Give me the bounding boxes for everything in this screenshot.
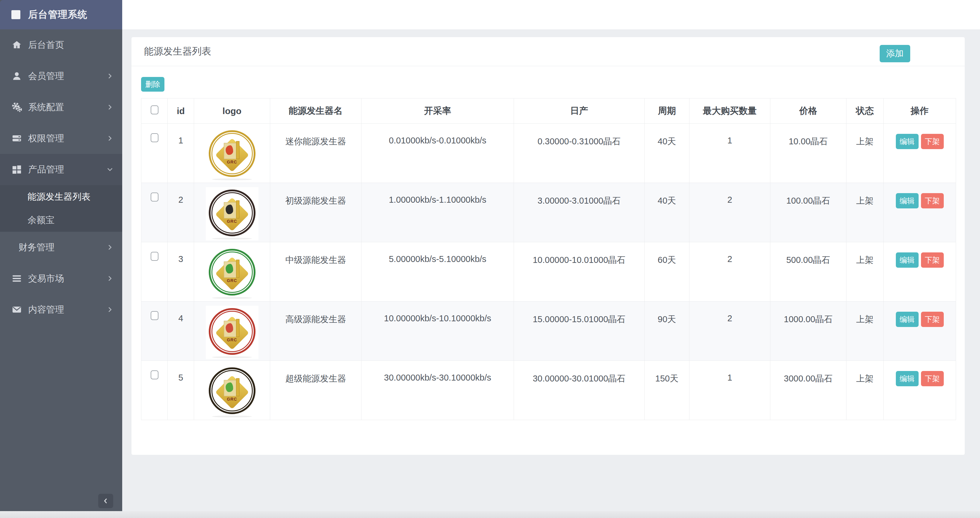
cell-logo: GRC (194, 242, 270, 302)
sidebar-item-members[interactable]: 会员管理 (0, 60, 122, 92)
table-wrapper: id logo 能源发生器名 开采率 日产 周期 最大购买数量 价格 状态 操作… (132, 92, 965, 420)
cell-status: 上架 (846, 242, 883, 302)
cell-id: 2 (168, 183, 194, 242)
cell-name: 初级源能发生器 (270, 183, 361, 242)
offshelf-button[interactable]: 下架 (921, 312, 944, 327)
cell-daily: 3.00000-3.01000晶石 (514, 183, 644, 242)
app-title: 后台管理系统 (28, 8, 88, 21)
col-header-daily: 日产 (514, 99, 644, 124)
cell-rate: 0.01000kb/s-0.01000kb/s (361, 124, 514, 183)
generator-list-card: 能源发生器列表 添加 删除 id logo 能源发生器名 开采率 (131, 37, 965, 455)
edit-button[interactable]: 编辑 (896, 312, 919, 327)
sidebar-item-finance[interactable]: 财务管理 (0, 232, 122, 263)
cell-name: 中级源能发生器 (270, 242, 361, 302)
col-header-maxbuy: 最大购买数量 (689, 99, 770, 124)
col-header-id: id (168, 99, 194, 124)
sidebar-subitem-yuebao[interactable]: 余额宝 (0, 208, 122, 232)
col-header-name: 能源发生器名 (270, 99, 361, 124)
sidebar-item-permissions[interactable]: 权限管理 (0, 123, 122, 154)
cell-logo: GRC (194, 124, 270, 183)
cell-logo: GRC (194, 361, 270, 420)
cell-id: 4 (168, 302, 194, 361)
generator-logo-image: GRC (206, 365, 258, 418)
cell-rate: 10.00000kb/s-10.10000kb/s (361, 302, 514, 361)
row-checkbox[interactable] (151, 311, 158, 320)
top-bar (0, 0, 980, 29)
menu-icon (11, 273, 22, 284)
toolbar: 删除 (132, 66, 965, 92)
select-all-checkbox[interactable] (151, 105, 158, 114)
cell-price: 500.00晶石 (770, 242, 846, 302)
cell-cycle: 150天 (644, 361, 689, 420)
row-checkbox[interactable] (151, 370, 158, 379)
col-header-status: 状态 (846, 99, 883, 124)
cell-maxbuy: 2 (689, 302, 770, 361)
gears-icon (11, 102, 22, 113)
user-icon (11, 71, 22, 81)
table-row: 2 GRC 初级源能发生器 1.00000kb/s-1.10000kb/s 3.… (142, 183, 956, 242)
offshelf-button[interactable]: 下架 (921, 253, 944, 268)
sidebar-item-label: 会员管理 (28, 70, 107, 83)
cell-logo: GRC (194, 183, 270, 242)
cell-status: 上架 (846, 183, 883, 242)
cell-price: 3000.00晶石 (770, 361, 846, 420)
generator-logo-image: GRC (206, 306, 258, 359)
cell-rate: 30.00000kb/s-30.10000kb/s (361, 361, 514, 420)
app-logo-icon (11, 10, 21, 19)
cell-name: 高级源能发生器 (270, 302, 361, 361)
mail-icon (11, 304, 22, 315)
edit-button[interactable]: 编辑 (896, 371, 919, 386)
row-checkbox[interactable] (151, 252, 158, 261)
cell-name: 超级能源发生器 (270, 361, 361, 420)
add-button[interactable]: 添加 (880, 45, 910, 62)
sidebar-item-label: 交易市场 (28, 272, 107, 285)
table-header-row: id logo 能源发生器名 开采率 日产 周期 最大购买数量 价格 状态 操作 (142, 99, 956, 124)
table-row: 3 GRC 中级源能发生器 5.00000kb/s-5.10000kb/s 10… (142, 242, 956, 302)
sidebar-item-label: 产品管理 (28, 164, 107, 176)
offshelf-button[interactable]: 下架 (921, 371, 944, 386)
cell-maxbuy: 2 (689, 242, 770, 302)
cell-status: 上架 (846, 302, 883, 361)
sidebar-collapse-button[interactable] (98, 494, 113, 508)
sidebar-item-home[interactable]: 后台首页 (0, 29, 122, 60)
sidebar-item-content[interactable]: 内容管理 (0, 294, 122, 325)
generator-logo-image: GRC (206, 187, 258, 240)
sidebar-item-system-config[interactable]: 系统配置 (0, 92, 122, 123)
chevron-down-icon (107, 166, 113, 173)
cell-status: 上架 (846, 124, 883, 183)
col-header-logo: logo (194, 99, 270, 124)
sidebar-item-label: 权限管理 (28, 132, 107, 145)
table-row: 1 GRC 迷你能源发生器 0.01000kb/s-0.01000kb/s 0.… (142, 124, 956, 183)
col-header-cycle: 周期 (644, 99, 689, 124)
chevron-right-icon (107, 104, 113, 111)
cell-logo: GRC (194, 302, 270, 361)
cell-cycle: 40天 (644, 183, 689, 242)
row-checkbox[interactable] (151, 133, 158, 142)
chevron-right-icon (107, 135, 113, 141)
chevron-right-icon (107, 275, 113, 282)
sidebar-item-products[interactable]: 产品管理 (0, 154, 122, 185)
grid-icon (11, 164, 22, 175)
offshelf-button[interactable]: 下架 (921, 134, 944, 149)
sidebar-item-market[interactable]: 交易市场 (0, 263, 122, 294)
generator-logo-image: GRC (206, 128, 258, 181)
sidebar-subitem-generator-list[interactable]: 能源发生器列表 (0, 185, 122, 208)
cell-id: 3 (168, 242, 194, 302)
delete-button[interactable]: 删除 (141, 77, 164, 92)
table-row: 5 GRC 超级能源发生器 30.00000kb/s-30.10000kb/s … (142, 361, 956, 420)
chevron-right-icon (107, 306, 113, 313)
edit-button[interactable]: 编辑 (896, 193, 919, 208)
card-header: 能源发生器列表 添加 (132, 37, 965, 66)
row-checkbox[interactable] (151, 192, 158, 202)
chevron-left-icon (102, 497, 109, 504)
edit-button[interactable]: 编辑 (896, 253, 919, 268)
cell-price: 100.00晶石 (770, 183, 846, 242)
edit-button[interactable]: 编辑 (896, 134, 919, 149)
generator-table: id logo 能源发生器名 开采率 日产 周期 最大购买数量 价格 状态 操作… (141, 98, 956, 420)
cell-daily: 15.00000-15.01000晶石 (514, 302, 644, 361)
sidebar-header: 后台管理系统 (0, 0, 122, 29)
cell-daily: 30.00000-30.01000晶石 (514, 361, 644, 420)
products-submenu: 能源发生器列表 余额宝 (0, 185, 122, 232)
offshelf-button[interactable]: 下架 (921, 193, 944, 208)
bottom-scroll-strip (0, 511, 980, 518)
